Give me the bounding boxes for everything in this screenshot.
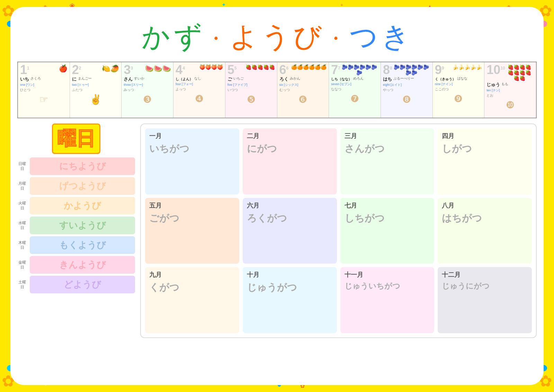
number-cell-4: 44 🍑🍑🍑🍑 し（よん） なし four [フォー] よっつ ❹ [173, 62, 225, 118]
jp-name-main: はち [383, 76, 392, 82]
month-cell-十一月: 十一月 じゅういちがつ [340, 267, 435, 333]
month-cell-九月: 九月 くがつ [145, 267, 239, 333]
month-hiragana: にがつ [247, 143, 333, 155]
fruit-icon: 🍑🍑🍑🍑 [199, 64, 223, 75]
month-label: 九月 [149, 271, 235, 279]
month-hiragana: しちがつ [345, 212, 430, 224]
hand-sign: ❻ [279, 94, 327, 105]
hiragana-count: ここのつ [435, 87, 482, 92]
num-digit: 1010 [486, 64, 505, 76]
numbers-section: 11 🍎 いち さくろ one [ワン] ひとつ ☞ 22 🍋🥭 に まんごー … [17, 62, 537, 118]
month-label: 七月 [345, 201, 430, 210]
day-kanji: 月曜日 [17, 181, 27, 190]
num-digit: 22 [72, 64, 81, 76]
month-cell-十月: 十月 じゅうがつ [243, 267, 337, 333]
jp-name-row: さん すいか [124, 76, 171, 82]
fruit-icon: 🍎 [59, 64, 68, 75]
hiragana-count: ひとつ [20, 88, 68, 92]
number-cell-1: 11 🍎 いち さくろ one [ワン] ひとつ ☞ [18, 62, 70, 118]
hiragana-count: いつつ [227, 88, 275, 92]
jp-name-main: しち（なな） [331, 76, 352, 82]
jp-name-main: に [72, 76, 77, 82]
day-kanji: 土曜日 [17, 280, 27, 289]
hiragana-count: ななつ [331, 87, 378, 92]
jp-name-main: いち [20, 76, 29, 82]
num-digit: 55 [227, 64, 237, 76]
number-cell-8: 88 🫐🫐🫐🫐🫐🫐🫐🫐 はち ぶるーべりー eight [エイト] やっつ ❽ [381, 62, 433, 118]
day-row-火曜日: 火曜日 かようび [17, 197, 135, 215]
month-hiragana: じゅうがつ [247, 282, 333, 293]
month-label: 一月 [149, 132, 235, 140]
num-top: 99 🍌🍌🍌🍌🍌 [435, 64, 482, 76]
en-name: seven [セブン] [331, 82, 378, 86]
hand-sign: ❹ [176, 93, 223, 104]
fruit-icon: 🍌🍌🍌🍌🍌 [453, 64, 482, 75]
day-hiragana: げつようび [30, 177, 135, 195]
month-label: 十二月 [442, 271, 528, 279]
day-hiragana: きんようび [30, 256, 135, 274]
jp-name-row: ご いちご [227, 76, 275, 82]
hand-sign: ❸ [124, 94, 171, 105]
month-label: 四月 [442, 132, 528, 140]
day-row-水曜日: 水曜日 すいようび [17, 217, 135, 234]
fruit-icon: 🫐🫐🫐🫐🫐🫐🫐 [340, 64, 378, 75]
number-cell-7: 77 🫐🫐🫐🫐🫐🫐🫐 しち（なな） めろん seven [セブン] ななつ ❼ [329, 62, 381, 118]
en-name: six [シックス] [279, 83, 327, 87]
day-hiragana: すいようび [30, 217, 135, 234]
num-digit: 44 [176, 64, 185, 76]
month-label: 二月 [247, 132, 333, 140]
en-name: three [スリー] [124, 83, 171, 87]
month-hiragana: さんがつ [345, 143, 430, 155]
fruit-icon: 🍉🍉🍉 [145, 64, 171, 75]
fruit-icon: 🫐🫐🫐🫐🫐🫐🫐🫐 [392, 64, 430, 75]
jp-name-sub: なし [194, 76, 201, 82]
month-cell-六月: 六月 ろくがつ [243, 198, 337, 264]
en-name: ten [テン] [486, 88, 534, 93]
month-cell-一月: 一月 いちがつ [145, 128, 239, 194]
hand-sign: ❽ [383, 94, 430, 105]
num-top: 22 🍋🥭 [72, 64, 119, 76]
en-name: five [ファイブ] [227, 83, 275, 87]
month-hiragana: じゅうにがつ [442, 282, 528, 291]
months-section: 一月 いちがつ 二月 にがつ 三月 さんがつ 四月 しがつ 五月 ごがつ 六月 … [140, 124, 537, 338]
number-cell-6: 66 🍊🍊🍊🍊🍊🍊 ろく みかん six [シックス] むっつ ❻ [277, 62, 329, 118]
month-label: 八月 [442, 201, 528, 210]
fruit-icon: 🍊🍊🍊🍊🍊🍊 [291, 64, 327, 75]
jp-name-row: ろく みかん [279, 76, 327, 82]
month-cell-五月: 五月 ごがつ [145, 198, 239, 264]
jp-name-row: に まんごー [72, 76, 119, 82]
num-digit: 33 [124, 64, 133, 76]
jp-name-sub: いちご [233, 76, 244, 82]
en-name: four [フォー] [176, 82, 223, 86]
month-cell-二月: 二月 にがつ [243, 128, 337, 194]
jp-name-row: く（きゅう） ばなな [435, 76, 482, 82]
month-hiragana: じゅういちがつ [345, 282, 430, 291]
jp-name-row: はち ぶるーべりー [383, 76, 430, 82]
day-kanji: 金曜日 [17, 260, 27, 269]
en-name: eight [エイト] [383, 83, 430, 87]
day-kanji: 水曜日 [17, 221, 27, 230]
fruit-icon: 🍓🍓🍓🍓🍓🍓🍓🍓🍓🍓 [505, 64, 534, 81]
jp-name-row: いち さくろ [20, 76, 68, 82]
hiragana-count: やっつ [383, 88, 430, 92]
day-row-金曜日: 金曜日 きんようび [17, 256, 135, 274]
jp-name-sub: すいか [134, 76, 144, 82]
number-cell-9: 99 🍌🍌🍌🍌🍌 く（きゅう） ばなな nine [ナイン] ここのつ ❾ [433, 62, 485, 118]
jp-name-main: ろく [279, 76, 288, 82]
day-hiragana: にちようび [30, 157, 135, 175]
jp-name-row: し（よん） なし [176, 76, 223, 82]
month-cell-四月: 四月 しがつ [438, 128, 532, 194]
hand-sign: ❼ [331, 93, 378, 104]
month-label: 十一月 [345, 271, 430, 279]
jp-name-main: し（よん） [176, 76, 193, 82]
month-cell-八月: 八月 はちがつ [438, 198, 532, 264]
number-cell-2: 22 🍋🥭 に まんごー two [トゥー] ふたつ ✌ [70, 62, 122, 118]
num-top: 44 🍑🍑🍑🍑 [176, 64, 223, 76]
jp-name-sub: ぶるーべりー [393, 76, 414, 82]
day-hiragana: もくようび [30, 236, 135, 254]
en-name: one [ワン] [20, 83, 68, 87]
month-label: 六月 [247, 201, 333, 210]
fruit-icon: 🍓🍓🍓🍓🍓 [245, 64, 275, 75]
day-hiragana: どようび [30, 276, 135, 293]
en-name: two [トゥー] [72, 83, 119, 87]
